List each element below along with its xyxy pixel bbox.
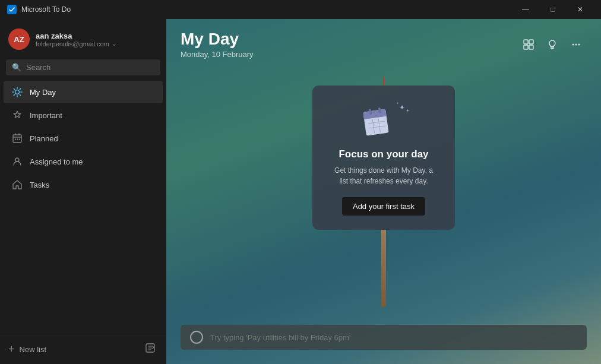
- star-icon: [12, 110, 23, 121]
- plus-icon: +: [8, 343, 15, 356]
- sidebar-item-important-label: Important: [30, 111, 62, 120]
- app-content: AZ aan zaksa folderpenulis@gmail.com 🔍: [0, 19, 601, 364]
- app-title: Microsoft To Do: [21, 5, 71, 14]
- minimize-button[interactable]: —: [512, 0, 539, 19]
- svg-rect-0: [7, 5, 17, 14]
- task-input[interactable]: [210, 333, 577, 342]
- sidebar-item-my-day[interactable]: My Day: [4, 81, 163, 103]
- add-first-task-button[interactable]: Add your first task: [342, 197, 425, 216]
- person-icon: [12, 156, 23, 167]
- svg-rect-14: [15, 139, 16, 140]
- svg-rect-21: [524, 45, 528, 49]
- sidebar-footer: + New list: [0, 334, 166, 364]
- new-list-label: New list: [20, 345, 47, 354]
- sidebar-item-planned-label: Planned: [30, 134, 58, 143]
- title-bar-left: Microsoft To Do: [7, 5, 71, 14]
- main-title-area: My Day Monday, 10 February: [181, 30, 254, 59]
- pole-needle: [383, 77, 384, 86]
- title-bar: Microsoft To Do — □ ✕: [0, 0, 601, 19]
- sparkle-icon-3: ✦: [396, 101, 399, 105]
- sidebar-item-important[interactable]: Important: [4, 104, 163, 126]
- svg-line-6: [14, 88, 14, 89]
- search-icon: 🔍: [12, 63, 21, 72]
- task-circle-icon: [190, 331, 203, 344]
- svg-line-8: [20, 88, 20, 89]
- layout-button[interactable]: [518, 34, 539, 55]
- signpost-container: ✦ ✦ ✦: [312, 77, 455, 307]
- bulb-icon: [546, 39, 558, 50]
- sparkle-icon-2: ✦: [406, 108, 410, 113]
- focus-card: ✦ ✦ ✦: [312, 86, 455, 230]
- card-description: Get things done with My Day, a list that…: [334, 165, 434, 186]
- svg-rect-19: [524, 40, 528, 44]
- sidebar-item-tasks-label: Tasks: [30, 181, 49, 189]
- more-icon: [570, 39, 582, 50]
- search-input[interactable]: [26, 63, 154, 72]
- task-input-bar: [166, 325, 601, 364]
- svg-point-17: [15, 158, 19, 162]
- sign-pole: [381, 230, 386, 307]
- profile-section[interactable]: AZ aan zaksa folderpenulis@gmail.com: [0, 19, 166, 57]
- sidebar: AZ aan zaksa folderpenulis@gmail.com 🔍: [0, 19, 166, 364]
- profile-info: aan zaksa folderpenulis@gmail.com: [36, 31, 116, 48]
- export-icon: [145, 343, 156, 353]
- new-list-button[interactable]: + New list: [8, 343, 46, 356]
- sidebar-item-tasks[interactable]: Tasks: [4, 173, 163, 196]
- main-area: My Day Monday, 10 February: [166, 19, 601, 364]
- task-input-inner[interactable]: [181, 325, 587, 350]
- close-button[interactable]: ✕: [567, 0, 594, 19]
- layout-icon: [523, 39, 534, 50]
- main-center: ✦ ✦ ✦: [166, 59, 601, 325]
- sun-icon: [12, 87, 23, 97]
- page-date: Monday, 10 February: [181, 50, 254, 59]
- sidebar-item-assigned[interactable]: Assigned to me: [4, 150, 163, 173]
- window-controls: — □ ✕: [512, 0, 594, 19]
- svg-line-7: [20, 94, 20, 95]
- svg-rect-22: [529, 45, 533, 49]
- more-options-button[interactable]: [565, 34, 587, 55]
- app-logo-icon: [7, 5, 17, 14]
- card-heading: Focus on your day: [334, 148, 434, 160]
- home-icon: [12, 179, 23, 190]
- svg-rect-16: [19, 139, 20, 140]
- svg-point-23: [572, 43, 574, 45]
- svg-point-25: [578, 43, 580, 45]
- search-box[interactable]: 🔍: [6, 59, 160, 75]
- svg-line-9: [14, 94, 14, 95]
- sidebar-item-assigned-label: Assigned to me: [30, 157, 83, 166]
- main-toolbar: My Day Monday, 10 February: [166, 19, 601, 59]
- svg-point-24: [575, 43, 577, 45]
- card-icon-area: ✦ ✦ ✦: [360, 102, 407, 144]
- svg-point-1: [15, 90, 20, 94]
- sidebar-item-planned[interactable]: Planned: [4, 127, 163, 150]
- maximize-button[interactable]: □: [539, 0, 567, 19]
- calendar-icon: [360, 105, 393, 140]
- svg-rect-20: [529, 40, 533, 44]
- nav-list: My Day Important: [0, 80, 166, 334]
- profile-email: folderpenulis@gmail.com: [36, 40, 116, 48]
- main-actions: [518, 34, 587, 55]
- calendar-grid-icon: [12, 133, 23, 144]
- svg-rect-15: [17, 139, 18, 140]
- suggestions-button[interactable]: [542, 34, 563, 55]
- search-container: 🔍: [0, 57, 166, 80]
- sparkle-icon-1: ✦: [399, 103, 405, 112]
- sidebar-item-my-day-label: My Day: [30, 88, 56, 97]
- page-title: My Day: [181, 30, 254, 49]
- profile-name: aan zaksa: [36, 31, 116, 40]
- export-button[interactable]: [143, 341, 158, 357]
- avatar: AZ: [8, 29, 30, 50]
